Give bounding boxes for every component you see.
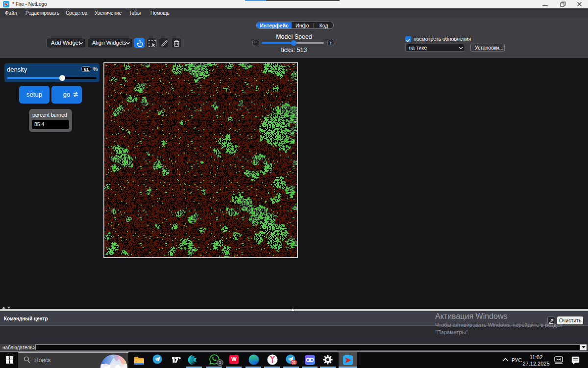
svg-text:1: 1 bbox=[219, 360, 221, 365]
svg-text:52: 52 bbox=[292, 361, 296, 364]
